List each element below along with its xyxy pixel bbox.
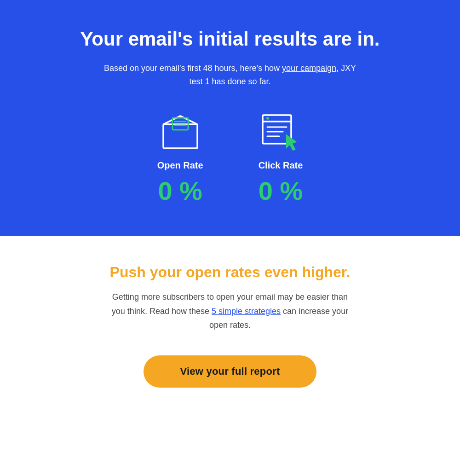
click-rate-label: Click Rate: [259, 160, 303, 171]
content-title: Push your open rates even higher.: [110, 264, 351, 281]
click-rate-svg: [260, 111, 301, 153]
view-full-report-button[interactable]: View your full report: [144, 355, 317, 388]
content-section: Push your open rates even higher. Gettin…: [0, 236, 460, 476]
open-rate-value: 0 %: [158, 178, 202, 204]
campaign-link[interactable]: your campaign: [282, 64, 336, 73]
metrics-row: Open Rate 0 %: [157, 111, 303, 204]
hero-subtitle-text-before: Based on your email's first 48 hours, he…: [104, 64, 282, 73]
strategies-link[interactable]: 5 simple strategies: [212, 307, 281, 316]
email-container: Your email's initial results are in. Bas…: [0, 0, 460, 476]
open-rate-label: Open Rate: [157, 160, 203, 171]
svg-rect-0: [163, 124, 197, 148]
click-rate-icon: [260, 111, 301, 153]
click-rate-value: 0 %: [259, 178, 303, 204]
click-rate-metric: Click Rate 0 %: [259, 111, 303, 204]
hero-subtitle: Based on your email's first 48 hours, he…: [101, 62, 359, 88]
hero-title: Your email's initial results are in.: [80, 28, 380, 51]
open-rate-svg: [160, 111, 201, 153]
hero-section: Your email's initial results are in. Bas…: [0, 0, 460, 236]
svg-point-6: [266, 117, 269, 120]
content-body: Getting more subscribers to open your em…: [110, 290, 350, 332]
open-rate-metric: Open Rate 0 %: [157, 111, 203, 204]
open-rate-icon: [160, 111, 201, 153]
